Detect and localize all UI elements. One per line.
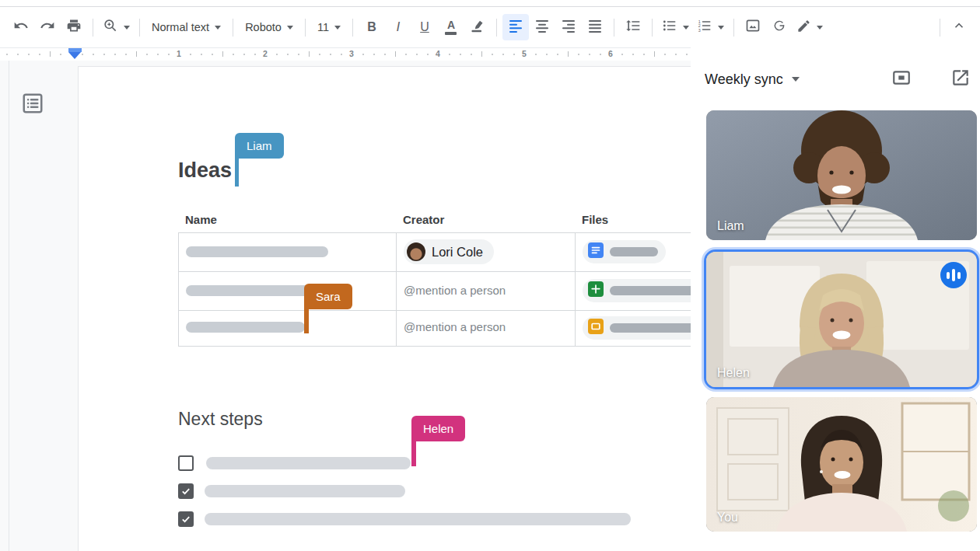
- chevron-down-icon: [817, 26, 823, 30]
- file-chip[interactable]: [583, 240, 666, 263]
- checkbox[interactable]: [178, 455, 194, 471]
- checkmark-icon: [180, 514, 191, 525]
- video-tile-liam[interactable]: Liam: [706, 110, 977, 240]
- font-size-selector[interactable]: 11: [311, 14, 347, 40]
- toolbar-separator: [93, 19, 93, 37]
- align-center-button[interactable]: [529, 14, 555, 40]
- cursor-caret-liam: [235, 159, 239, 187]
- toolbar-separator: [139, 19, 140, 37]
- bold-button[interactable]: B: [359, 14, 385, 40]
- justify-icon: [587, 18, 603, 37]
- underline-icon: U: [420, 20, 429, 34]
- indent-marker[interactable]: [68, 48, 82, 60]
- picture-in-picture-button[interactable]: [890, 67, 913, 90]
- print-icon: [66, 18, 82, 37]
- table-cell-name-3[interactable]: [179, 310, 396, 345]
- meeting-title-dropdown[interactable]: Weekly sync: [705, 71, 800, 88]
- collapse-menus-button[interactable]: [946, 14, 972, 40]
- align-right-button[interactable]: [555, 14, 582, 40]
- insert-image-button[interactable]: [740, 14, 766, 40]
- table-cell-creator-2[interactable]: @mention a person: [396, 271, 575, 310]
- print-button[interactable]: [61, 14, 87, 40]
- numbered-list-button[interactable]: 123: [693, 14, 728, 40]
- table-cell-name-2[interactable]: [179, 271, 396, 310]
- align-left-button[interactable]: [502, 14, 529, 40]
- toolbar-separator: [352, 19, 353, 37]
- document-page[interactable]: Ideas Liam Name Creator Files: [78, 66, 691, 551]
- redo-button[interactable]: [34, 14, 61, 40]
- column-header-files: Files: [582, 213, 608, 226]
- table-cell-files-3[interactable]: [575, 310, 691, 345]
- file-chip[interactable]: [583, 316, 691, 340]
- cursor-flag-label: Liam: [247, 139, 272, 152]
- ruler: 123456: [0, 48, 691, 61]
- participant-name-label: You: [717, 511, 738, 525]
- font-selector[interactable]: Roboto: [239, 14, 299, 40]
- placeholder-text-bar: [610, 323, 691, 333]
- video-tile-helen[interactable]: Helen: [706, 252, 977, 387]
- table-cell-creator-1[interactable]: Lori Cole: [396, 233, 575, 271]
- table-cell-files-1[interactable]: [575, 233, 691, 271]
- style-selector-label: Normal text: [152, 21, 209, 33]
- align-right-icon: [561, 18, 576, 37]
- undo-icon: [13, 18, 29, 37]
- line-spacing-button[interactable]: [620, 14, 646, 40]
- text-color-icon: A: [445, 19, 457, 35]
- checkbox[interactable]: [178, 483, 194, 499]
- italic-icon: I: [397, 19, 401, 35]
- chevron-up-icon: [952, 19, 966, 36]
- placeholder-text-bar: [186, 322, 305, 333]
- line-spacing-icon: [625, 18, 641, 37]
- table-cell-name-1[interactable]: [179, 233, 396, 271]
- italic-button[interactable]: I: [385, 14, 411, 40]
- chevron-down-icon: [792, 77, 800, 82]
- toolbar-separator: [652, 19, 653, 37]
- person-chip[interactable]: Lori Cole: [404, 239, 494, 264]
- meeting-title: Weekly sync: [705, 71, 783, 88]
- mention-placeholder: @mention a person: [404, 320, 506, 333]
- cursor-caret-sara: [304, 309, 309, 333]
- person-chip-name: Lori Cole: [432, 245, 483, 260]
- table-cell-files-2[interactable]: [575, 271, 691, 310]
- file-chip[interactable]: [583, 279, 691, 302]
- document-outline-icon: [21, 92, 44, 117]
- heading-ideas: Ideas: [178, 159, 232, 183]
- video-tile-you[interactable]: You: [706, 397, 977, 532]
- highlight-color-button[interactable]: [464, 14, 491, 40]
- chevron-down-icon: [718, 26, 724, 30]
- zoom-icon: [103, 18, 118, 37]
- highlight-icon: [470, 18, 485, 37]
- heading-next-steps: Next steps: [178, 409, 263, 430]
- editing-mode-button[interactable]: [793, 14, 827, 40]
- cursor-flag-liam: Liam: [235, 133, 284, 159]
- google-sheets-icon: [588, 281, 604, 300]
- open-in-new-button[interactable]: [949, 67, 972, 90]
- document-outline-button[interactable]: [20, 92, 45, 117]
- zoom-button[interactable]: [99, 14, 134, 40]
- speaking-indicator-icon: [940, 262, 967, 288]
- participant-name-label: Liam: [717, 219, 744, 233]
- bulleted-list-button[interactable]: [658, 14, 693, 40]
- chevron-down-icon: [334, 26, 341, 30]
- undo-button[interactable]: [8, 14, 34, 40]
- table-cell-creator-3[interactable]: @mention a person: [396, 310, 575, 345]
- style-selector[interactable]: Normal text: [145, 14, 227, 40]
- placeholder-text-bar: [610, 247, 658, 256]
- insert-link-button[interactable]: [766, 14, 793, 40]
- justify-button[interactable]: [582, 14, 608, 40]
- placeholder-text-bar: [205, 513, 631, 525]
- cursor-flag-label: Sara: [316, 290, 341, 303]
- checkbox[interactable]: [178, 511, 194, 527]
- underline-button[interactable]: U: [411, 14, 438, 40]
- toolbar: Normal text Roboto 11 B I U A: [0, 7, 980, 47]
- left-rail-divider: [9, 61, 9, 551]
- picture-in-picture-icon: [891, 68, 912, 90]
- participant-video: [706, 110, 977, 240]
- cursor-flag-helen: Helen: [411, 416, 465, 441]
- redo-icon: [40, 18, 55, 37]
- placeholder-text-bar: [186, 246, 328, 257]
- pen-icon: [796, 19, 811, 37]
- text-color-button[interactable]: A: [438, 14, 464, 40]
- font-size-label: 11: [317, 21, 329, 33]
- cursor-caret-helen: [411, 441, 416, 466]
